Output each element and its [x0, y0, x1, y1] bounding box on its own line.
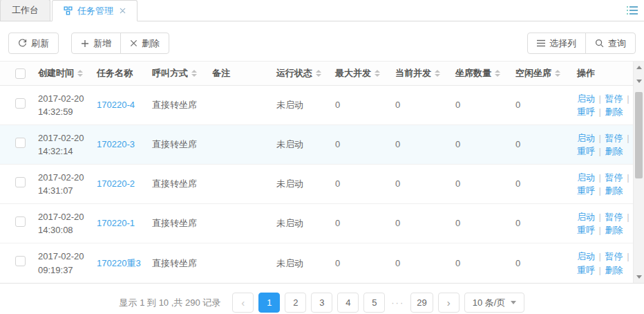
last-page-button[interactable]: 29 — [410, 293, 433, 313]
column-header-current-concurrency[interactable]: 当前并发 — [388, 66, 448, 80]
query-button[interactable]: 查询 — [585, 33, 636, 54]
cell-agent-count: 0 — [448, 257, 509, 270]
row-checkbox[interactable] — [15, 256, 26, 266]
sort-icon[interactable] — [495, 70, 500, 77]
action-recall-link[interactable]: 重呼 — [577, 185, 595, 196]
sort-icon[interactable] — [435, 70, 440, 77]
row-checkbox[interactable] — [15, 177, 26, 187]
cell-actions: 启动 | 暂停 | 重呼 | 删除 — [570, 250, 633, 277]
action-recall-link[interactable]: 重呼 — [577, 107, 595, 117]
action-start-link[interactable]: 启动 — [577, 133, 595, 143]
action-recall-link[interactable]: 重呼 — [577, 146, 595, 156]
scroll-up-icon[interactable] — [636, 66, 642, 69]
action-start-link[interactable]: 启动 — [577, 172, 595, 183]
tab-task-management[interactable]: 任务管理 — [52, 0, 138, 21]
cell-agent-count: 0 — [448, 216, 509, 230]
page-button-3[interactable]: 3 — [311, 293, 332, 313]
scroll-down-icon[interactable] — [636, 80, 642, 83]
page-size-select[interactable]: 10 条/页 — [464, 293, 525, 313]
task-name-link[interactable]: 170220-3 — [97, 139, 135, 149]
cell-call-method: 直接转坐席 — [145, 216, 205, 230]
action-delete-link[interactable]: 删除 — [605, 265, 623, 275]
action-recall-link[interactable]: 重呼 — [577, 225, 595, 235]
cell-select — [0, 138, 31, 152]
pagination-bar: 显示 1 到 10 ,共 290 记录 ‹ 12345 ··· 29 › 10 … — [0, 293, 644, 313]
select-all-checkbox[interactable] — [15, 68, 26, 79]
action-delete-link[interactable]: 删除 — [605, 185, 623, 196]
cell-max-concurrency: 0 — [328, 177, 388, 191]
cell-run-status: 未启动 — [269, 216, 328, 230]
task-name-link[interactable]: 170220重3 — [97, 258, 141, 268]
refresh-button[interactable]: 刷新 — [8, 33, 59, 54]
table-scrollbar[interactable] — [633, 62, 644, 283]
action-start-link[interactable]: 启动 — [577, 212, 595, 222]
page-button-1[interactable]: 1 — [258, 293, 280, 313]
sort-up-arrow — [316, 70, 321, 73]
task-name-link[interactable]: 170220-2 — [97, 178, 135, 189]
column-header-max-concurrency[interactable]: 最大并发 — [328, 66, 388, 80]
delete-button[interactable]: 删除 — [120, 33, 169, 54]
action-separator: | — [596, 172, 604, 183]
close-tab-icon[interactable] — [120, 8, 126, 14]
action-recall-link[interactable]: 重呼 — [577, 265, 595, 275]
chevron-right-icon: › — [447, 297, 451, 308]
sort-icon[interactable] — [77, 70, 83, 77]
cell-run-status: 未启动 — [269, 138, 328, 151]
cell-idle-agents: 0 — [509, 257, 570, 270]
tab-workbench[interactable]: 工作台 — [0, 0, 50, 21]
action-start-link[interactable]: 启动 — [577, 251, 595, 261]
action-pause-link[interactable]: 暂停 — [605, 93, 623, 104]
action-separator: | — [596, 265, 604, 275]
action-separator: | — [596, 225, 604, 235]
column-header-created-time[interactable]: 创建时间 — [31, 66, 90, 80]
row-checkbox[interactable] — [15, 98, 26, 109]
action-delete-link[interactable]: 删除 — [605, 107, 623, 117]
tab-list-menu-icon[interactable] — [626, 5, 638, 16]
column-header-idle-agents[interactable]: 空闲坐席 — [509, 66, 570, 80]
sort-icon[interactable] — [555, 70, 560, 77]
prev-page-button[interactable]: ‹ — [232, 293, 254, 313]
action-start-link[interactable]: 启动 — [577, 93, 595, 104]
action-pause-link[interactable]: 暂停 — [605, 251, 623, 261]
action-delete-link[interactable]: 删除 — [605, 225, 623, 235]
action-separator: | — [625, 172, 629, 183]
scroll-down-bottom-icon[interactable] — [636, 275, 642, 279]
page-button-2[interactable]: 2 — [285, 293, 306, 313]
cell-max-concurrency: 0 — [328, 98, 388, 112]
action-delete-link[interactable]: 删除 — [605, 146, 623, 156]
table-row: 2017-02-20 14:30:08170220-1直接转坐席未启动0000启… — [0, 204, 633, 243]
sort-up-arrow — [555, 70, 560, 73]
scrollbar-thumb[interactable] — [635, 92, 643, 178]
action-pause-link[interactable]: 暂停 — [605, 172, 623, 183]
row-checkbox[interactable] — [15, 216, 26, 227]
select-columns-button[interactable]: 选择列 — [527, 33, 586, 54]
task-name-link[interactable]: 170220-4 — [97, 100, 135, 110]
column-header-task-name: 任务名称 — [90, 66, 145, 80]
refresh-label: 刷新 — [31, 37, 49, 50]
action-separator: | — [596, 185, 604, 196]
action-pause-link[interactable]: 暂停 — [605, 133, 623, 143]
action-pause-link[interactable]: 暂停 — [605, 212, 623, 222]
column-header-agent-count[interactable]: 坐席数量 — [448, 66, 509, 80]
row-checkbox[interactable] — [15, 138, 26, 148]
cell-call-method: 直接转坐席 — [145, 257, 205, 270]
action-separator: | — [596, 93, 604, 104]
column-header-run-status[interactable]: 运行状态 — [269, 66, 328, 80]
page-button-5[interactable]: 5 — [363, 293, 385, 313]
column-label: 当前并发 — [395, 66, 431, 80]
page-button-4[interactable]: 4 — [337, 293, 359, 313]
task-name-link[interactable]: 170220-1 — [97, 218, 135, 228]
cell-idle-agents: 0 — [509, 138, 570, 151]
column-header-call-method[interactable]: 呼叫方式 — [145, 66, 205, 80]
sort-down-arrow — [375, 74, 380, 77]
sort-icon[interactable] — [191, 70, 197, 77]
cell-task-name: 170220-4 — [90, 98, 145, 112]
record-summary: 显示 1 到 10 ,共 290 记录 — [120, 297, 221, 309]
next-page-button[interactable]: › — [438, 293, 460, 313]
sort-icon[interactable] — [316, 70, 321, 77]
sort-icon[interactable] — [375, 70, 380, 77]
add-button[interactable]: 新增 — [71, 33, 121, 54]
cell-max-concurrency: 0 — [328, 138, 388, 151]
add-label: 新增 — [93, 37, 111, 50]
tab-bar: 工作台 任务管理 — [0, 0, 644, 21]
